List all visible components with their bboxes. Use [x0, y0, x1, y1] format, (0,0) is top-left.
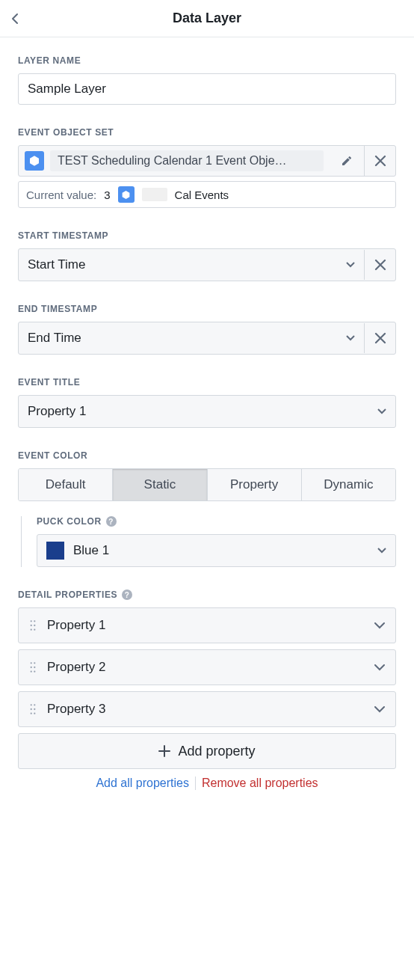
- end-timestamp-row: End Time: [18, 322, 396, 355]
- svg-point-5: [34, 629, 35, 631]
- svg-point-17: [34, 713, 35, 714]
- layer-name-input[interactable]: [18, 73, 396, 105]
- redacted-segment: [142, 188, 167, 201]
- chevron-down-icon: [374, 622, 385, 629]
- puck-color-label: PUCK COLOR ?: [37, 516, 396, 527]
- event-color-segmented: Default Static Property Dynamic: [18, 468, 396, 501]
- page-title: Data Layer: [30, 10, 414, 26]
- cube-icon: [25, 151, 44, 171]
- caret-down-icon: [346, 335, 355, 341]
- svg-point-7: [34, 662, 35, 664]
- current-value-label: Current value:: [26, 189, 96, 201]
- add-all-properties-link[interactable]: Add all properties: [96, 777, 189, 790]
- caret-down-icon: [346, 262, 355, 268]
- color-swatch: [46, 542, 64, 560]
- start-timestamp-row: Start Time: [18, 248, 396, 281]
- event-title-select[interactable]: Property 1: [19, 404, 395, 419]
- svg-point-3: [34, 625, 35, 626]
- svg-point-2: [31, 625, 32, 626]
- svg-point-4: [31, 629, 32, 631]
- plus-icon: [158, 745, 170, 757]
- seg-static[interactable]: Static: [113, 469, 207, 500]
- start-timestamp-label: START TIMESTAMP: [18, 230, 396, 241]
- puck-color-select[interactable]: Blue 1: [37, 534, 396, 567]
- svg-point-0: [31, 620, 32, 622]
- end-timestamp-select[interactable]: End Time: [19, 331, 364, 346]
- svg-point-15: [34, 708, 35, 710]
- pencil-icon: [341, 155, 353, 167]
- event-object-set-chip[interactable]: TEST Scheduling Calendar 1 Event Obje…: [19, 150, 330, 171]
- help-icon[interactable]: ?: [122, 589, 132, 600]
- layer-name-label: LAYER NAME: [18, 55, 396, 66]
- clear-object-set-button[interactable]: [364, 146, 395, 176]
- event-object-set-field: TEST Scheduling Calendar 1 Event Obje…: [18, 145, 396, 177]
- detail-property-value: Property 3: [47, 702, 364, 717]
- seg-default[interactable]: Default: [19, 469, 113, 500]
- svg-point-12: [31, 704, 32, 705]
- seg-property[interactable]: Property: [208, 469, 302, 500]
- end-timestamp-value: End Time: [28, 331, 81, 346]
- svg-point-14: [31, 708, 32, 710]
- cube-icon: [118, 186, 135, 203]
- svg-point-10: [31, 671, 32, 673]
- caret-down-icon: [377, 408, 386, 414]
- svg-point-8: [31, 667, 32, 668]
- detail-property-value: Property 1: [47, 618, 364, 633]
- remove-all-properties-link[interactable]: Remove all properties: [202, 777, 318, 790]
- event-title-label: EVENT TITLE: [18, 377, 396, 388]
- back-button[interactable]: [0, 0, 30, 37]
- add-property-label: Add property: [178, 744, 255, 759]
- drag-handle-icon[interactable]: [29, 703, 37, 715]
- property-links-row: Add all properties Remove all properties: [18, 777, 396, 790]
- event-object-set-label: EVENT OBJECT SET: [18, 127, 396, 138]
- detail-property-item[interactable]: Property 1: [18, 607, 396, 643]
- add-property-button[interactable]: Add property: [18, 733, 396, 769]
- event-color-label: EVENT COLOR: [18, 450, 396, 461]
- event-title-row: Property 1: [18, 395, 396, 428]
- current-value-suffix: Cal Events: [175, 189, 229, 201]
- close-icon: [374, 259, 386, 271]
- chevron-down-icon: [374, 664, 385, 671]
- detail-properties-label: DETAIL PROPERTIES ?: [18, 589, 396, 600]
- chevron-down-icon: [374, 706, 385, 713]
- current-value-row: Current value: 3 Cal Events: [18, 181, 396, 208]
- close-icon: [374, 332, 386, 344]
- caret-down-icon: [377, 548, 386, 554]
- event-title-value: Property 1: [28, 404, 86, 419]
- svg-point-9: [34, 667, 35, 668]
- current-value-count: 3: [104, 189, 110, 201]
- help-icon[interactable]: ?: [106, 516, 117, 527]
- detail-property-item[interactable]: Property 3: [18, 691, 396, 727]
- end-timestamp-label: END TIMESTAMP: [18, 304, 396, 314]
- detail-property-item[interactable]: Property 2: [18, 649, 396, 685]
- edit-button[interactable]: [330, 155, 364, 167]
- event-object-set-value: TEST Scheduling Calendar 1 Event Obje…: [50, 150, 324, 171]
- svg-point-6: [31, 662, 32, 664]
- puck-color-value: Blue 1: [73, 543, 368, 558]
- drag-handle-icon[interactable]: [29, 619, 37, 631]
- chevron-left-icon: [11, 13, 19, 25]
- seg-dynamic[interactable]: Dynamic: [302, 469, 395, 500]
- close-icon: [374, 155, 386, 167]
- drag-handle-icon[interactable]: [29, 661, 37, 673]
- start-timestamp-select[interactable]: Start Time: [19, 257, 364, 272]
- clear-start-timestamp-button[interactable]: [364, 250, 395, 280]
- panel-header: Data Layer: [0, 0, 414, 37]
- link-separator: [195, 777, 196, 790]
- start-timestamp-value: Start Time: [28, 257, 85, 272]
- clear-end-timestamp-button[interactable]: [364, 323, 395, 353]
- svg-point-1: [34, 620, 35, 622]
- svg-point-11: [34, 671, 35, 673]
- detail-property-value: Property 2: [47, 660, 364, 675]
- svg-point-13: [34, 704, 35, 705]
- svg-point-16: [31, 713, 32, 714]
